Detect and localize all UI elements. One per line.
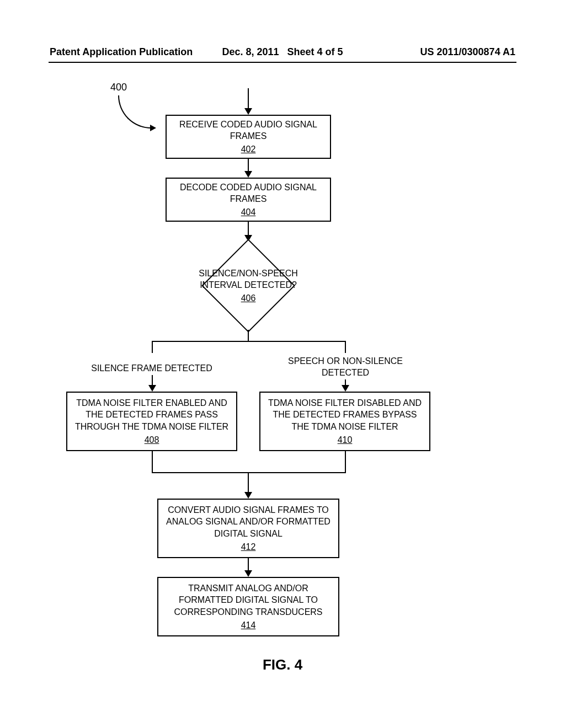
arrow-into-402-line	[248, 88, 249, 110]
header-mid: Dec. 8, 2011 Sheet 4 of 5	[205, 46, 360, 58]
step-412-text: CONVERT AUDIO SIGNAL FRAMES TO ANALOG SI…	[164, 504, 333, 540]
step-408-text: TDMA NOISE FILTER ENABLED AND THE DETECT…	[73, 397, 231, 433]
step-402-text: RECEIVE CODED AUDIO SIGNAL FRAMES	[172, 119, 324, 142]
line-406-split-h	[152, 341, 346, 342]
header-pubnum: US 2011/0300874 A1	[360, 46, 515, 58]
figure-caption: FIG. 4	[0, 656, 565, 673]
arrow-into-408-head	[148, 385, 156, 392]
step-414-text: TRANSMIT ANALOG AND/OR FORMATTED DIGITAL…	[164, 582, 333, 618]
arrow-412-414-head	[244, 570, 252, 577]
step-convert-signal: CONVERT AUDIO SIGNAL FRAMES TO ANALOG SI…	[157, 499, 339, 558]
step-404-text: DECODE CODED AUDIO SIGNAL FRAMES	[172, 181, 324, 205]
step-filter-enabled: TDMA NOISE FILTER ENABLED AND THE DETECT…	[66, 392, 237, 451]
step-receive-frames: RECEIVE CODED AUDIO SIGNAL FRAMES 402	[166, 115, 331, 159]
step-transmit-signal: TRANSMIT ANALOG AND/OR FORMATTED DIGITAL…	[157, 577, 339, 636]
branch-label-silence: SILENCE FRAME DETECTED	[74, 363, 229, 374]
line-406-down	[248, 330, 249, 342]
diagram-ref-400: 400	[110, 82, 127, 93]
line-410-down	[345, 451, 346, 473]
arrow-402-404-head	[244, 171, 252, 178]
decision-406-text: SILENCE/NON-SPEECH INTERVAL DETECTED?	[188, 267, 309, 291]
header-left: Patent Application Publication	[50, 46, 205, 58]
step-410-num: 410	[338, 434, 353, 446]
line-merge-h	[152, 472, 346, 473]
header-rule	[49, 62, 516, 63]
step-402-num: 402	[241, 143, 256, 156]
header-date: Dec. 8, 2011	[222, 46, 279, 57]
header-sheet: Sheet 4 of 5	[287, 46, 343, 57]
decision-silence-detected: SILENCE/NON-SPEECH INTERVAL DETECTED? 40…	[188, 242, 309, 330]
line-406-left-stub	[152, 341, 153, 353]
step-filter-disabled: TDMA NOISE FILTER DISABLED AND THE DETEC…	[259, 392, 430, 451]
branch-label-speech: SPEECH OR NON-SILENCE DETECTED	[276, 356, 415, 379]
line-406-right-stub	[345, 341, 346, 353]
step-408-num: 408	[145, 434, 159, 446]
arrow-into-410-head	[342, 385, 349, 392]
step-404-num: 404	[241, 206, 256, 218]
step-410-text: TDMA NOISE FILTER DISABLED AND THE DETEC…	[266, 397, 424, 433]
ref-pointer-curve	[118, 95, 151, 129]
ref-pointer-head	[150, 125, 156, 131]
step-412-num: 412	[241, 541, 256, 553]
arrow-into-412-line	[248, 472, 249, 494]
line-408-down	[152, 451, 153, 473]
step-414-num: 414	[241, 619, 256, 631]
page-header: Patent Application Publication Dec. 8, 2…	[0, 46, 565, 61]
arrow-into-402-head	[244, 108, 252, 115]
arrow-into-412-head	[244, 492, 252, 499]
decision-406-num: 406	[241, 292, 256, 304]
step-decode-frames: DECODE CODED AUDIO SIGNAL FRAMES 404	[166, 178, 331, 222]
flowchart: 400 RECEIVE CODED AUDIO SIGNAL FRAMES 40…	[0, 77, 565, 684]
